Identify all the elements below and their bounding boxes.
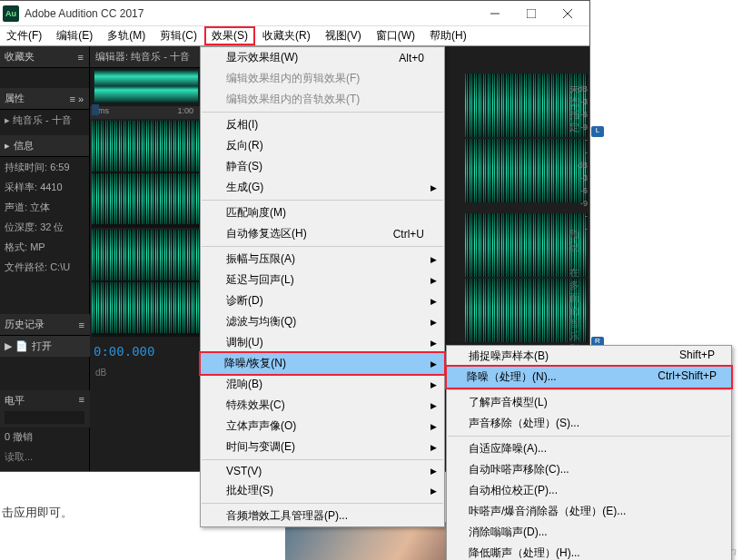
menu-item[interactable]: 反相(I)	[201, 114, 444, 135]
app-icon: Au	[3, 5, 19, 22]
waveform-left-ch[interactable]	[92, 121, 201, 172]
close-button[interactable]	[549, 2, 586, 25]
waveform-right-ch-2[interactable]	[92, 282, 201, 333]
waveform-right-ch[interactable]	[92, 173, 201, 224]
menu-item[interactable]: 匹配响度(M)	[201, 202, 444, 223]
waveform-main-2[interactable]	[92, 230, 201, 337]
waveform-left-ch-2[interactable]	[92, 230, 201, 280]
menu-item[interactable]: 帮助(H)	[422, 26, 474, 45]
menu-item[interactable]: 自动修复选区(H)Ctrl+U	[201, 223, 444, 244]
favorites-panel-header[interactable]: 收藏夹≡	[0, 46, 89, 68]
right-text-1: 未选指定	[569, 83, 586, 133]
history-panel-header[interactable]: 历史记录≡	[0, 314, 90, 336]
file-name: ▸ 纯音乐 - 十音	[0, 110, 89, 130]
menu-item[interactable]: 批处理(S)▶	[201, 480, 444, 501]
info-format: 格式: MP	[0, 237, 89, 257]
submenu-item[interactable]: 自适应降噪(A)...	[447, 438, 731, 459]
menu-item[interactable]: 效果(S)	[204, 26, 255, 45]
menu-item[interactable]: 振幅与压限(A)▶	[201, 249, 444, 270]
menu-item: 编辑效果组内的音轨效果(T)	[201, 89, 444, 110]
history-item-open[interactable]: ▶📄打开	[0, 336, 90, 357]
menu-item[interactable]: 收藏夹(R)	[255, 26, 318, 45]
menu-item[interactable]: 显示效果组(W)Alt+0	[201, 47, 444, 68]
timecode[interactable]: 0:00.000	[90, 339, 203, 364]
app-title: Adobe Audition CC 2017	[25, 7, 477, 20]
submenu-item[interactable]: 咔嗒声/爆音消除器（处理）(E)...	[447, 501, 731, 522]
menu-item[interactable]: 混响(B)▶	[201, 374, 444, 395]
info-panel-header[interactable]: ▸ 信息	[0, 135, 89, 157]
undo-count: 0 撤销	[0, 427, 38, 447]
editor-column: 编辑器: 纯音乐 - 十音 hms1:00 0:00.000 dB	[90, 46, 203, 471]
editor-header: 编辑器: 纯音乐 - 十音	[90, 46, 203, 68]
menu-item[interactable]: 反向(R)	[201, 135, 444, 156]
menu-item[interactable]: 窗口(W)	[369, 26, 422, 45]
level-meter	[5, 411, 84, 424]
svg-rect-1	[527, 9, 536, 18]
menu-item[interactable]: 降噪/恢复(N)▶	[199, 351, 446, 376]
menu-item[interactable]: 文件(F)	[0, 26, 49, 45]
menu-item[interactable]: 延迟与回声(L)▶	[201, 270, 444, 290]
properties-panel-header[interactable]: 属性≡ »	[0, 88, 89, 110]
menu-item[interactable]: 调制(U)▶	[201, 332, 444, 353]
submenu-item[interactable]: 自动相位校正(P)...	[447, 480, 731, 501]
submenu-item[interactable]: 自动咔嗒声移除(C)...	[447, 459, 731, 480]
titlebar: Au Adobe Audition CC 2017	[0, 1, 589, 26]
menu-item[interactable]: 滤波与均衡(Q)▶	[201, 311, 444, 332]
timeline-ruler[interactable]: hms1:00	[90, 106, 203, 119]
status-read: 读取...	[0, 447, 38, 467]
history-panel: 历史记录≡ ▶📄打开	[0, 314, 90, 357]
menu-item[interactable]: 剪辑(C)	[153, 26, 204, 45]
noise-reduction-submenu[interactable]: 捕捉噪声样本(B)Shift+P降噪（处理）(N)...Ctrl+Shift+P…	[446, 345, 732, 560]
maximize-button[interactable]	[513, 2, 549, 25]
menu-item[interactable]: 特殊效果(C)▶	[201, 395, 444, 416]
waveform-overview[interactable]	[90, 68, 203, 106]
menu-item[interactable]: 多轨(M)	[100, 26, 153, 45]
submenu-item[interactable]: 捕捉噪声样本(B)Shift+P	[447, 346, 731, 367]
menu-item: 编辑效果组内的剪辑效果(F)	[201, 68, 444, 89]
menu-item[interactable]: 时间与变调(E)▶	[201, 437, 444, 457]
menu-item[interactable]: 静音(S)	[201, 156, 444, 177]
info-path: 文件路径: C:\U	[0, 257, 89, 277]
menubar[interactable]: 文件(F)编辑(E)多轨(M)剪辑(C)效果(S)收藏夹(R)视图(V)窗口(W…	[0, 26, 589, 46]
minimize-button[interactable]	[477, 2, 513, 25]
submenu-item[interactable]: 降低嘶声（处理）(H)...	[447, 543, 731, 560]
menu-item[interactable]: 编辑(E)	[49, 26, 100, 45]
waveform-main[interactable]	[92, 121, 201, 228]
menu-item[interactable]: VST(V)▶	[201, 462, 444, 480]
info-duration: 持续时间: 6:59	[0, 157, 89, 177]
effects-menu[interactable]: 显示效果组(W)Alt+0编辑效果组内的剪辑效果(F)编辑效果组内的音轨效果(T…	[200, 46, 445, 527]
menu-item[interactable]: 诊断(D)▶	[201, 290, 444, 311]
info-channels: 声道: 立体	[0, 197, 89, 217]
submenu-item[interactable]: 声音移除（处理）(S)...	[447, 413, 731, 434]
submenu-item[interactable]: 了解声音模型(L)	[447, 392, 731, 413]
submenu-item[interactable]: 消除嗡嗡声(D)...	[447, 522, 731, 543]
level-panel: 电平≡	[0, 390, 90, 427]
menu-item[interactable]: 生成(G)▶	[201, 177, 444, 198]
info-rate: 采样率: 4410	[0, 177, 89, 197]
footer-text: 击应用即可。	[0, 499, 74, 526]
waveform-r-r[interactable]	[465, 139, 588, 202]
menu-item[interactable]: 音频增效工具管理器(P)...	[201, 506, 444, 526]
menu-item[interactable]: 视图(V)	[318, 26, 369, 45]
submenu-item[interactable]: 降噪（处理）(N)...Ctrl+Shift+P	[445, 365, 733, 389]
info-bit: 位深度: 32 位	[0, 217, 89, 237]
menu-item[interactable]: 立体声声像(O)▶	[201, 416, 444, 437]
left-channel-badge: L	[591, 126, 604, 137]
